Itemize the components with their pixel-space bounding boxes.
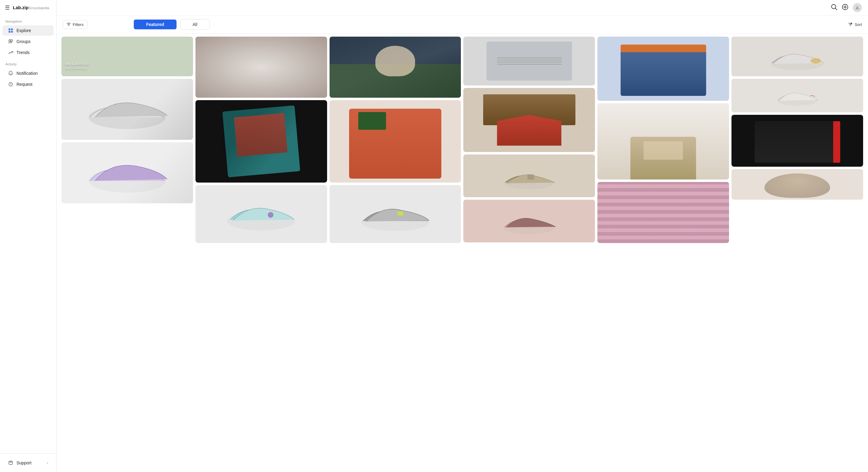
trends-icon — [8, 50, 13, 55]
support-label: Support — [17, 461, 31, 465]
svg-rect-1 — [11, 28, 13, 30]
explore-label: Explore — [17, 28, 31, 33]
grid-item-1[interactable]: UNDERCOVERJUN TAKAHASHI — [61, 37, 193, 76]
filters-button[interactable]: Filters — [63, 20, 87, 29]
sidebar: ☰ Lab.zipEncyclopedia Navigation Explore — [0, 0, 57, 472]
grid-item-13[interactable] — [61, 142, 193, 203]
main-content: Filters Featured All Sort UNDERCOVERJUN … — [57, 0, 868, 472]
sidebar-item-notification[interactable]: Notification — [2, 68, 54, 78]
grid-item-9[interactable] — [330, 185, 461, 243]
grid-item-5[interactable] — [597, 37, 729, 101]
sidebar-bottom: Support › — [0, 453, 56, 472]
trends-label: Trends — [17, 50, 30, 55]
grid-item-10[interactable] — [463, 155, 595, 197]
grid-item-19[interactable] — [732, 115, 863, 167]
add-icon[interactable] — [842, 4, 848, 12]
grid-item-8[interactable] — [195, 185, 327, 243]
support-icon — [8, 460, 13, 466]
filter-bar: Filters Featured All Sort — [57, 15, 868, 34]
grid-item-7[interactable] — [61, 79, 193, 140]
grid-item-17[interactable] — [463, 200, 595, 243]
masonry-grid: UNDERCOVERJUN TAKAHASHI — [61, 37, 863, 243]
svg-rect-0 — [8, 28, 10, 30]
svg-rect-7 — [9, 461, 12, 464]
svg-point-27 — [811, 58, 821, 63]
sidebar-item-groups[interactable]: Groups — [2, 36, 54, 47]
grid-item-14[interactable] — [195, 37, 327, 98]
grid-container: UNDERCOVERJUN TAKAHASHI — [57, 34, 868, 472]
svg-point-20 — [268, 212, 274, 218]
all-tab[interactable]: All — [180, 19, 210, 30]
svg-rect-24 — [527, 174, 534, 180]
sidebar-header: ☰ Lab.zipEncyclopedia — [0, 0, 56, 15]
grid-item-2[interactable] — [195, 100, 327, 183]
svg-point-4 — [9, 40, 11, 41]
grid-item-18[interactable] — [597, 182, 729, 243]
grid-item-16[interactable] — [463, 37, 595, 86]
sort-button[interactable]: Sort — [848, 22, 862, 27]
search-icon[interactable] — [831, 4, 837, 12]
explore-icon — [8, 28, 13, 33]
svg-point-5 — [11, 40, 12, 41]
grid-item-20[interactable] — [732, 169, 863, 200]
svg-line-9 — [835, 8, 837, 10]
featured-tab[interactable]: Featured — [134, 20, 176, 29]
notification-label: Notification — [17, 71, 37, 76]
grid-item-4[interactable] — [463, 88, 595, 152]
svg-rect-22 — [398, 212, 403, 215]
request-label: Request — [17, 82, 32, 87]
grid-item-12[interactable] — [732, 79, 863, 112]
sidebar-item-trends[interactable]: Trends — [2, 47, 54, 58]
support-arrow: › — [47, 460, 48, 466]
grid-item-3[interactable] — [330, 100, 461, 183]
sidebar-item-request[interactable]: Request — [2, 79, 54, 90]
avatar[interactable] — [853, 3, 862, 12]
svg-rect-3 — [11, 31, 13, 33]
logo: Lab.zipEncyclopedia — [13, 5, 49, 10]
request-icon — [8, 82, 13, 87]
activity-section-label: Activity — [0, 58, 56, 68]
grid-item-11[interactable] — [597, 103, 729, 180]
groups-icon — [8, 39, 13, 44]
sidebar-item-explore[interactable]: Explore — [2, 25, 54, 36]
svg-rect-2 — [8, 31, 10, 33]
groups-label: Groups — [17, 39, 31, 44]
bell-icon — [8, 70, 13, 76]
grid-item-6[interactable] — [732, 37, 863, 76]
grid-item-15[interactable] — [330, 37, 461, 98]
top-bar — [57, 0, 868, 15]
nav-section-label: Navigation — [0, 15, 56, 25]
menu-icon[interactable]: ☰ — [5, 4, 10, 11]
sidebar-item-support[interactable]: Support › — [2, 458, 54, 468]
